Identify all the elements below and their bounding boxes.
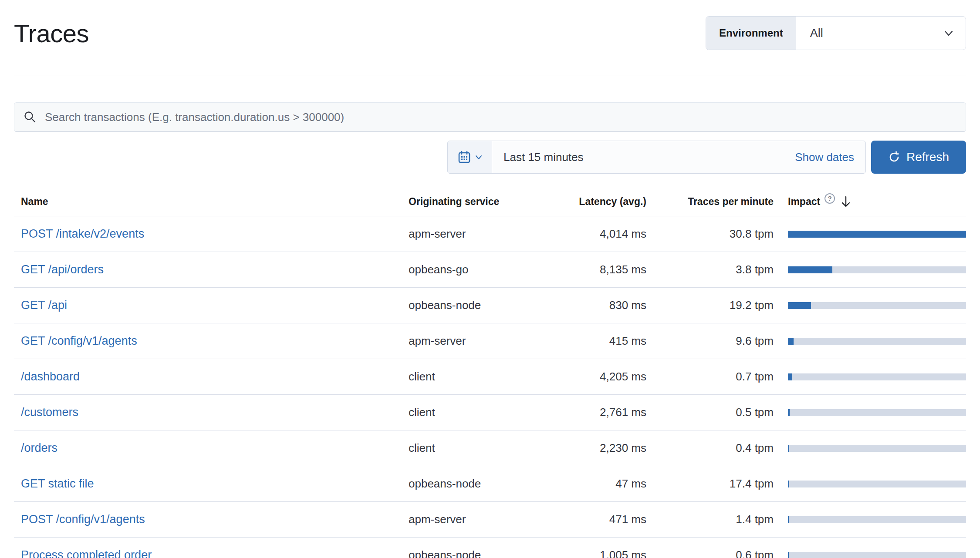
environment-select[interactable]: Environment All: [706, 16, 966, 50]
impact-bar-fill: [788, 231, 966, 238]
latency-cell: 8,135 ms: [538, 263, 646, 276]
traces-per-minute-cell: 17.4 tpm: [646, 477, 774, 491]
transaction-link[interactable]: POST /config/v1/agents: [21, 513, 145, 526]
originating-service-cell: client: [409, 441, 538, 455]
transaction-link[interactable]: GET /api: [21, 299, 67, 312]
traces-per-minute-cell: 19.2 tpm: [646, 299, 774, 312]
traces-table: Name Originating service Latency (avg.) …: [14, 188, 966, 558]
latency-cell: 830 ms: [538, 299, 646, 312]
help-icon[interactable]: ?: [825, 193, 835, 204]
column-header-name[interactable]: Name: [14, 196, 409, 208]
environment-value: All: [810, 27, 823, 40]
table-row: Process completed order opbeans-node 1,0…: [14, 538, 966, 558]
transaction-link[interactable]: GET /api/orders: [21, 263, 104, 276]
traces-per-minute-cell: 0.7 tpm: [646, 370, 774, 383]
impact-bar-track: [788, 552, 966, 558]
chevron-down-icon: [943, 27, 954, 39]
page-title: Traces: [14, 19, 89, 48]
table-row: GET static file opbeans-node 47 ms 17.4 …: [14, 466, 966, 502]
traces-per-minute-cell: 0.5 tpm: [646, 406, 774, 419]
originating-service-cell: opbeans-node: [409, 477, 538, 491]
column-header-traces-per-minute[interactable]: Traces per minute: [646, 196, 774, 208]
environment-value-wrap[interactable]: All: [796, 17, 966, 50]
impact-bar-track: [788, 231, 966, 238]
environment-label: Environment: [706, 17, 796, 50]
table-body: POST /intake/v2/events apm-server 4,014 …: [14, 216, 966, 558]
traces-per-minute-cell: 9.6 tpm: [646, 334, 774, 348]
originating-service-cell: opbeans-go: [409, 263, 538, 276]
latency-cell: 4,014 ms: [538, 227, 646, 241]
transaction-link[interactable]: /orders: [21, 441, 57, 454]
show-dates-link[interactable]: Show dates: [795, 151, 854, 164]
latency-cell: 415 ms: [538, 334, 646, 348]
latency-cell: 2,230 ms: [538, 441, 646, 455]
latency-cell: 47 ms: [538, 477, 646, 491]
latency-cell: 4,205 ms: [538, 370, 646, 383]
originating-service-cell: apm-server: [409, 334, 538, 348]
impact-bar-track: [788, 373, 966, 380]
impact-bar-fill: [788, 373, 792, 380]
transaction-link[interactable]: /customers: [21, 406, 78, 419]
originating-service-cell: client: [409, 406, 538, 419]
originating-service-cell: opbeans-node: [409, 548, 538, 558]
header-divider: [14, 75, 966, 75]
impact-bar-track: [788, 409, 966, 416]
impact-bar-track: [788, 338, 966, 345]
impact-bar-track: [788, 302, 966, 309]
table-row: /orders client 2,230 ms 0.4 tpm: [14, 430, 966, 466]
impact-bar-track: [788, 481, 966, 487]
table-row: POST /intake/v2/events apm-server 4,014 …: [14, 216, 966, 252]
originating-service-cell: opbeans-node: [409, 299, 538, 312]
table-row: GET /api opbeans-node 830 ms 19.2 tpm: [14, 288, 966, 323]
impact-bar-fill: [788, 409, 790, 416]
table-row: GET /config/v1/agents apm-server 415 ms …: [14, 323, 966, 359]
search-input[interactable]: [45, 111, 957, 124]
traces-per-minute-cell: 0.6 tpm: [646, 548, 774, 558]
latency-cell: 1,005 ms: [538, 548, 646, 558]
impact-header-label: Impact: [788, 196, 820, 208]
impact-bar-track: [788, 516, 966, 523]
traces-per-minute-cell: 0.4 tpm: [646, 441, 774, 455]
refresh-label: Refresh: [906, 150, 949, 164]
calendar-icon: [457, 150, 471, 164]
time-controls: Last 15 minutes Show dates Refresh: [14, 141, 966, 174]
table-row: /dashboard client 4,205 ms 0.7 tpm: [14, 359, 966, 395]
traces-per-minute-cell: 1.4 tpm: [646, 513, 774, 526]
latency-cell: 2,761 ms: [538, 406, 646, 419]
originating-service-cell: apm-server: [409, 227, 538, 241]
sort-descending-icon: [840, 195, 852, 208]
impact-bar-fill: [788, 516, 789, 523]
transaction-link[interactable]: /dashboard: [21, 370, 80, 383]
refresh-button[interactable]: Refresh: [871, 141, 966, 174]
traces-per-minute-cell: 30.8 tpm: [646, 227, 774, 241]
impact-bar-fill: [788, 445, 789, 452]
table-row: POST /config/v1/agents apm-server 471 ms…: [14, 502, 966, 538]
impact-bar-track: [788, 445, 966, 452]
traces-per-minute-cell: 3.8 tpm: [646, 263, 774, 276]
refresh-icon: [888, 151, 900, 163]
originating-service-cell: apm-server: [409, 513, 538, 526]
date-picker: Last 15 minutes Show dates: [447, 141, 866, 174]
transaction-link[interactable]: Process completed order: [21, 548, 152, 558]
impact-bar-fill: [788, 302, 811, 309]
column-header-originating-service[interactable]: Originating service: [409, 196, 538, 208]
column-header-latency[interactable]: Latency (avg.): [538, 196, 646, 208]
impact-bar-fill: [788, 338, 794, 345]
impact-bar-fill: [788, 266, 832, 273]
originating-service-cell: client: [409, 370, 538, 383]
column-header-impact[interactable]: Impact ?: [774, 195, 966, 208]
transaction-link[interactable]: GET static file: [21, 477, 94, 490]
traces-page: Traces Environment All: [0, 0, 980, 558]
transaction-link[interactable]: GET /config/v1/agents: [21, 334, 137, 347]
chevron-down-icon: [475, 153, 483, 161]
date-range-section: Last 15 minutes Show dates: [492, 141, 865, 173]
table-row: /customers client 2,761 ms 0.5 tpm: [14, 395, 966, 430]
table-header-row: Name Originating service Latency (avg.) …: [14, 188, 966, 216]
impact-bar-track: [788, 266, 966, 273]
date-range-text[interactable]: Last 15 minutes: [504, 151, 584, 164]
transaction-link[interactable]: POST /intake/v2/events: [21, 227, 144, 240]
impact-bar-fill: [788, 552, 789, 558]
search-icon: [23, 110, 37, 124]
latency-cell: 471 ms: [538, 513, 646, 526]
date-quick-select-button[interactable]: [448, 141, 492, 173]
